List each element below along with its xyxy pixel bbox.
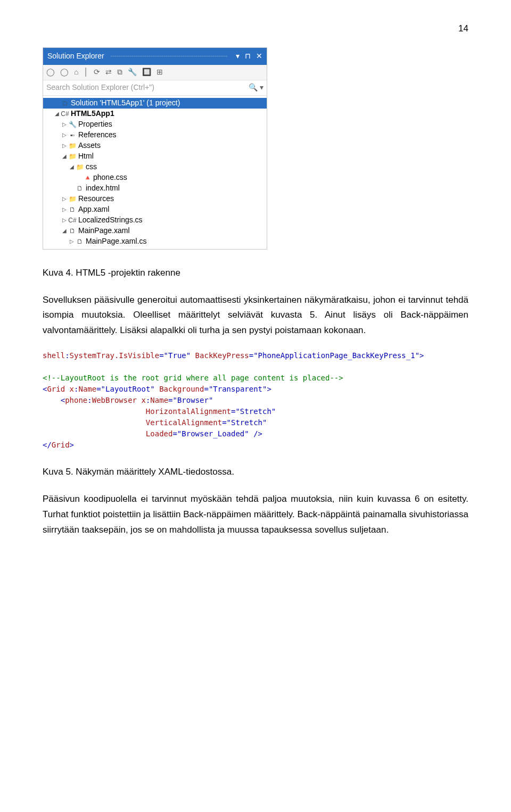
file-icon: 🗋 — [68, 204, 77, 215]
tree-item[interactable]: ◢🗋MainPage.xaml — [43, 226, 267, 236]
expand-arrow-icon[interactable]: ▷ — [61, 120, 68, 129]
file-icon: 📁 — [68, 194, 77, 204]
tree-item[interactable]: ▷C#LocalizedStrings.cs — [43, 215, 267, 226]
file-icon: 🗋 — [75, 236, 85, 247]
dropdown-icon[interactable]: ▾ — [236, 50, 240, 63]
solution-tree: □Solution 'HTML5App1' (1 project)◢C#HTML… — [43, 96, 267, 249]
close-icon[interactable]: ✕ — [256, 50, 262, 63]
xaml-code-block: shell:SystemTray.IsVisible="True" BackKe… — [43, 350, 468, 451]
expand-arrow-icon[interactable]: ▷ — [61, 216, 68, 225]
collapse-icon[interactable]: ⧉ — [117, 66, 122, 79]
wrench-icon[interactable]: 🔧 — [128, 66, 137, 79]
paragraph-1: Sovelluksen pääsivulle generoitui automa… — [43, 293, 468, 339]
tree-item[interactable]: ▷🗋App.xaml — [43, 204, 267, 215]
tree-item-label: MainPage.xaml.cs — [86, 235, 146, 248]
file-icon: □ — [60, 98, 70, 109]
file-icon: 📁 — [68, 151, 77, 162]
file-icon: 🔧 — [68, 119, 77, 130]
separator: │ — [84, 66, 88, 79]
file-icon: C# — [68, 215, 77, 226]
forward-icon[interactable]: ◯ — [60, 66, 69, 79]
pin-icon[interactable]: ⊓ — [245, 50, 251, 63]
file-icon: ▪▫ — [68, 130, 77, 140]
search-box[interactable]: Search Solution Explorer (Ctrl+") 🔍 ▾ — [43, 80, 267, 96]
refresh-icon[interactable]: ⟳ — [94, 66, 100, 79]
search-placeholder: Search Solution Explorer (Ctrl+") — [46, 81, 154, 94]
view-icon[interactable]: 🔲 — [142, 66, 151, 79]
paragraph-2: Pääsivun koodipuolella ei tarvinnut myös… — [43, 492, 468, 538]
tree-item[interactable]: ▷📁Resources — [43, 194, 267, 204]
expand-arrow-icon[interactable]: ▷ — [61, 141, 68, 150]
toolbar: ◯ ◯ ⌂ │ ⟳ ⇄ ⧉ 🔧 🔲 ⊞ — [43, 65, 267, 80]
titlebar-filler — [111, 56, 227, 56]
panel-title-text: Solution Explorer — [47, 50, 104, 63]
solution-explorer-panel: Solution Explorer ▾ ⊓ ✕ ◯ ◯ ⌂ │ ⟳ ⇄ ⧉ 🔧 … — [43, 47, 267, 250]
tree-item[interactable]: ◢📁css — [43, 162, 267, 172]
add-icon[interactable]: ⊞ — [156, 66, 163, 79]
tree-item[interactable]: 🔺phone.css — [43, 172, 267, 183]
tree-item[interactable]: ▷🗋MainPage.xaml.cs — [43, 236, 267, 247]
page-number: 14 — [43, 21, 468, 37]
file-icon: 📁 — [75, 162, 85, 172]
sync-icon[interactable]: ⇄ — [105, 66, 112, 79]
expand-arrow-icon[interactable]: ◢ — [54, 109, 60, 118]
tree-item[interactable]: □Solution 'HTML5App1' (1 project) — [43, 98, 267, 109]
tree-item[interactable]: ◢C#HTML5App1 — [43, 109, 267, 119]
tree-item[interactable]: ▷▪▫References — [43, 130, 267, 140]
file-icon: 🗋 — [68, 226, 77, 236]
expand-arrow-icon[interactable]: ◢ — [61, 152, 68, 161]
expand-arrow-icon[interactable]: ▷ — [61, 130, 68, 139]
expand-arrow-icon[interactable]: ▷ — [69, 237, 75, 246]
panel-titlebar: Solution Explorer ▾ ⊓ ✕ — [43, 48, 267, 65]
expand-arrow-icon[interactable]: ◢ — [61, 226, 68, 235]
file-icon: 📁 — [68, 140, 77, 151]
expand-arrow-icon[interactable]: ▷ — [61, 205, 68, 214]
figure-caption-5: Kuva 5. Näkymän määrittely XAML-tiedosto… — [43, 465, 468, 480]
home-icon[interactable]: ⌂ — [74, 66, 78, 79]
file-icon: C# — [60, 109, 70, 119]
tree-item[interactable]: ▷📁Assets — [43, 140, 267, 151]
expand-arrow-icon[interactable]: ▷ — [61, 194, 68, 203]
tree-item[interactable]: ◢📁Html — [43, 151, 267, 162]
tree-item[interactable]: 🗋index.html — [43, 183, 267, 194]
search-icon[interactable]: 🔍 ▾ — [249, 81, 263, 94]
back-icon[interactable]: ◯ — [46, 66, 55, 79]
figure-caption-4: Kuva 4. HTML5 -projektin rakenne — [43, 266, 468, 281]
expand-arrow-icon[interactable]: ◢ — [69, 162, 75, 171]
tree-item[interactable]: ▷🔧Properties — [43, 119, 267, 130]
